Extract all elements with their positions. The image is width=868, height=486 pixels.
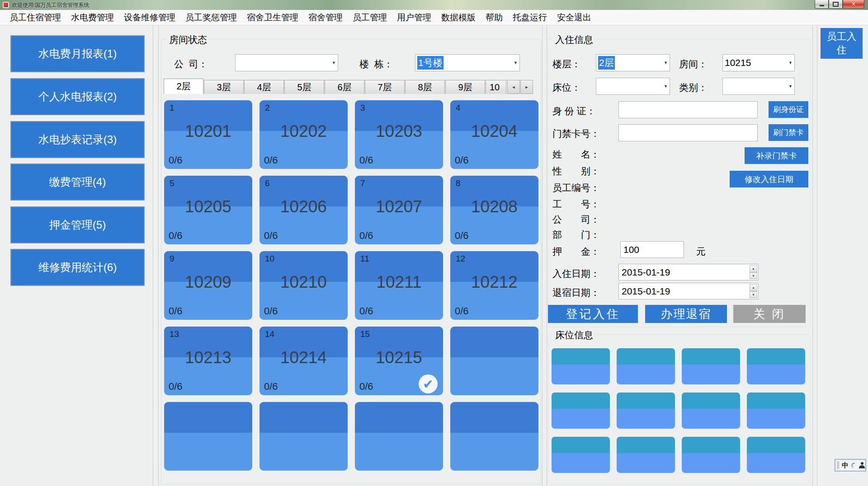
supplement-door-card-button[interactable]: 补录门禁卡 <box>745 147 808 164</box>
ime-mode-moon-icon[interactable]: ☽ <box>850 461 858 469</box>
maximize-button[interactable] <box>829 0 843 9</box>
bed-cell[interactable] <box>682 437 740 473</box>
register-checkin-button[interactable]: 登记入住 <box>548 305 638 323</box>
spin-down-button[interactable]: ▼ <box>750 272 757 280</box>
minimize-button[interactable] <box>815 0 829 9</box>
menu-item-data-template[interactable]: 数据模版 <box>436 12 481 23</box>
room-cell[interactable]: 3102030/6 <box>355 100 443 169</box>
room-cell[interactable]: 13102130/6 <box>164 327 252 395</box>
divider <box>817 25 817 486</box>
deposit-input[interactable]: 100 <box>620 241 684 258</box>
spin-up-button[interactable]: ▲ <box>750 284 757 291</box>
bed-cell[interactable] <box>552 393 610 429</box>
checkin-date-input[interactable]: 2015-01-19 ▲ ▼ <box>618 264 759 280</box>
room-cell-selected[interactable]: 15102150/6✔ <box>355 327 443 395</box>
sidebar-button-meter-reading-record[interactable]: 水电抄表记录(3) <box>10 121 145 158</box>
drag-handle-icon[interactable] <box>837 461 839 469</box>
room-cell[interactable]: 1102010/6 <box>164 100 252 169</box>
menu-item-dorm[interactable]: 宿舍管理 <box>303 12 348 23</box>
bed-cell[interactable] <box>747 437 805 473</box>
menu-item-equipment-repair[interactable]: 设备维修管理 <box>119 12 180 23</box>
room-cell-empty[interactable] <box>450 327 538 395</box>
menu-item-safe-exit[interactable]: 安全退出 <box>552 12 596 23</box>
divider <box>547 25 547 486</box>
bed-select[interactable]: ▼ <box>596 78 670 95</box>
room-cell[interactable]: 4102040/6 <box>450 100 538 169</box>
door-card-input[interactable] <box>618 124 758 141</box>
sidebar-button-payment-mgmt[interactable]: 缴费管理(4) <box>10 164 145 201</box>
close-panel-button[interactable]: 关 闭 <box>733 305 806 323</box>
menu-item-utility-fee[interactable]: 水电费管理 <box>66 12 119 23</box>
sidebar-button-deposit-mgmt[interactable]: 押金管理(5) <box>10 206 145 243</box>
bed-cell[interactable] <box>682 348 740 384</box>
spin-up-button[interactable]: ▲ <box>750 265 757 272</box>
room-cell[interactable]: 2102020/6 <box>259 100 348 169</box>
room-cell[interactable]: 6102060/6 <box>259 176 348 244</box>
floor-select[interactable]: 2层 ▼ <box>596 54 670 71</box>
spin-down-button[interactable]: ▼ <box>750 291 757 299</box>
work-no-label: 工 号： <box>552 198 600 210</box>
bed-cell[interactable] <box>682 393 740 429</box>
tab-floor-9[interactable]: 9层 <box>445 80 485 94</box>
room-occupancy: 0/6 <box>169 230 183 242</box>
menu-item-reward-punish[interactable]: 员工奖惩管理 <box>180 12 242 23</box>
id-card-input[interactable] <box>618 101 758 118</box>
building-select[interactable]: 1号楼 ▼ <box>415 54 520 71</box>
tab-floor-4[interactable]: 4层 <box>244 80 284 94</box>
sidebar-button-monthly-utility-report[interactable]: 水电费月报表(1) <box>10 35 145 72</box>
room-index: 10 <box>265 254 274 264</box>
bed-grid <box>552 348 805 473</box>
tab-scroll-left-button[interactable]: ◄ <box>507 80 520 94</box>
floor-tab-strip: 2层 3层 4层 5层 6层 7层 8层 9层 10 ◄ ► <box>164 79 533 94</box>
ime-language-bar[interactable]: 中 ☽ <box>835 459 866 472</box>
tab-floor-3[interactable]: 3层 <box>204 80 244 94</box>
bed-cell[interactable] <box>552 437 610 473</box>
ime-language-indicator[interactable]: 中 <box>842 461 849 470</box>
tab-floor-2[interactable]: 2层 <box>164 79 203 94</box>
tab-floor-6[interactable]: 6层 <box>325 80 364 94</box>
tab-floor-8[interactable]: 8层 <box>405 80 445 94</box>
tab-floor-10[interactable]: 10 <box>486 80 506 94</box>
room-cell[interactable]: 8102080/6 <box>450 176 538 244</box>
close-button[interactable]: ✕ <box>843 0 864 9</box>
room-cell[interactable]: 10102100/6 <box>259 251 348 320</box>
room-cell[interactable]: 7102070/6 <box>355 176 443 244</box>
room-cell-empty[interactable] <box>450 402 538 471</box>
bed-cell[interactable] <box>747 393 805 429</box>
category-select[interactable]: ▼ <box>722 78 795 95</box>
room-cell-empty[interactable] <box>355 402 443 471</box>
bed-cell[interactable] <box>747 348 805 384</box>
scan-door-card-button[interactable]: 刷门禁卡 <box>769 124 808 141</box>
bed-cell[interactable] <box>617 437 675 473</box>
room-cell[interactable]: 5102050/6 <box>164 176 252 244</box>
checkout-date-input[interactable]: 2015-01-19 ▲ ▼ <box>618 283 759 299</box>
menu-item-employee[interactable]: 员工管理 <box>348 12 392 23</box>
company-select[interactable]: ▼ <box>235 54 338 71</box>
room-cell[interactable]: 11102110/6 <box>355 251 443 320</box>
menu-item-tray-run[interactable]: 托盘运行 <box>508 12 552 23</box>
menu-item-dorm-hygiene[interactable]: 宿舍卫生管理 <box>242 12 303 23</box>
employee-checkin-button[interactable]: 员工入住 <box>821 28 863 59</box>
bed-cell[interactable] <box>617 393 675 429</box>
tab-floor-7[interactable]: 7层 <box>365 80 405 94</box>
room-cell[interactable]: 12102120/6 <box>450 251 538 320</box>
menu-item-user[interactable]: 用户管理 <box>392 12 436 23</box>
scan-id-button[interactable]: 刷身份证 <box>769 101 808 118</box>
room-cell[interactable]: 14102140/6 <box>259 327 348 395</box>
bed-cell[interactable] <box>617 348 675 384</box>
sidebar-button-repair-cost-stats[interactable]: 维修费用统计(6) <box>10 249 145 286</box>
room-select[interactable]: 10215 ▼ <box>722 54 795 71</box>
room-cell-empty[interactable] <box>164 402 252 471</box>
room-cell-empty[interactable] <box>259 402 348 471</box>
checkin-date-value: 2015-01-19 <box>622 267 670 278</box>
menu-item-help[interactable]: 帮助 <box>481 12 508 23</box>
ime-user-icon[interactable] <box>859 462 864 468</box>
menu-item-dorm-mgmt[interactable]: 员工住宿管理 <box>5 12 66 23</box>
tab-floor-5[interactable]: 5层 <box>284 80 324 94</box>
modify-checkin-date-button[interactable]: 修改入住日期 <box>730 171 808 187</box>
room-cell[interactable]: 9102090/6 <box>164 251 252 320</box>
bed-cell[interactable] <box>552 348 610 384</box>
sidebar-button-personal-utility-report[interactable]: 个人水电报表(2) <box>10 78 145 115</box>
tab-scroll-right-button[interactable]: ► <box>520 80 533 94</box>
process-checkout-button[interactable]: 办理退宿 <box>645 305 727 323</box>
